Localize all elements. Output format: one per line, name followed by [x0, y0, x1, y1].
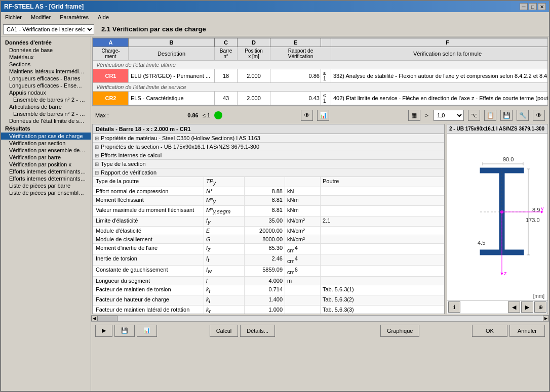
menu-modifier[interactable]: Modifier [29, 14, 53, 21]
detail-extra-11: Tab. 5.6.3(1) [321, 285, 444, 295]
view-btn-1[interactable]: 👁 [301, 110, 313, 121]
detail-label-13: Facteur de maintien latéral de rotation [93, 306, 204, 314]
section-elu-label: Vérification de l'état limite ultime [93, 61, 548, 69]
sidebar-item-materiaux[interactable]: Matériaux [1, 54, 91, 61]
detail-unit-11 [285, 285, 321, 295]
expand-icon-section: ⊞ [95, 144, 99, 150]
scroll-track[interactable] [97, 316, 543, 322]
details-section-efforts[interactable]: ⊞ Efforts internes de calcul [93, 151, 444, 160]
mm-label: [mm] [447, 292, 547, 300]
col-header-c: C [215, 38, 238, 47]
ca-dropdown[interactable]: CA1 - Vérification de l'acier selo ... [3, 24, 94, 34]
sidebar-item-efforts-2[interactable]: Efforts internes déterminants p... [1, 175, 91, 182]
detail-row-kr: Facteur de maintien latéral de rotation … [93, 306, 444, 314]
detail-sym-5: E [204, 227, 245, 235]
horizontal-scrollbar[interactable]: ◀ ▶ [91, 315, 549, 321]
ratio-dropdown[interactable]: 1,0 [434, 110, 464, 121]
cr2-leq: ≤ 1 [321, 92, 331, 105]
sidebar-item-longueurs-barres[interactable]: Longueurs efficaces - Barres [1, 75, 91, 82]
sidebar-item-verif-section[interactable]: Vérification par section [1, 140, 91, 147]
detail-row-moment-max: Valeur maximale du moment fléchissant M*… [93, 206, 444, 216]
detail-extra-3 [321, 206, 444, 215]
maximize-button[interactable]: □ [529, 3, 537, 10]
sidebar-item-verif-ensemble[interactable]: Vérification par ensemble de ba... [1, 147, 91, 154]
chart-button[interactable]: 📊 [137, 325, 157, 337]
detail-sym-4: fy [204, 216, 245, 226]
annuler-button[interactable]: Annuler [509, 325, 545, 337]
sidebar-item-efforts-1[interactable]: Efforts internes déterminants p... [1, 168, 91, 175]
minimize-button[interactable]: ─ [520, 3, 528, 10]
detail-sym-12: kl [204, 295, 245, 305]
sidebar-item-articulations[interactable]: Articulations de barre [1, 103, 91, 110]
detail-row-kl: Facteur de hauteur de charge kl 1.400 Ta… [93, 295, 444, 306]
ok-button[interactable]: OK [472, 325, 507, 337]
sidebar-item-liste-barre[interactable]: Liste de pièces par barre [1, 182, 91, 189]
details-section-section-label: Propriétés de la section - UB 175x90x16.… [101, 144, 259, 150]
col-header-f-spacer [321, 38, 331, 47]
view-btn-2[interactable]: 📊 [317, 110, 329, 121]
save-button[interactable]: 💾 [114, 325, 135, 337]
cr2-id: CR2 [93, 92, 129, 105]
sidebar-item-ensemble-2b[interactable]: Ensemble de barres n° 2 - F... [1, 110, 91, 117]
menu-fichier[interactable]: Fichier [3, 14, 24, 21]
menu-bar: Fichier Modifier Paramètres Aide [1, 12, 549, 22]
calcul-button[interactable]: Calcul [210, 325, 239, 337]
section-title: 2.1 Vérification par cas de charge [101, 25, 206, 33]
action-right-buttons: OK Annuler [472, 325, 545, 337]
details-section-section[interactable]: ⊞ Propriétés de la section - UB 175x90x1… [93, 143, 444, 151]
sidebar-item-verif-barre[interactable]: Vérification par barre [1, 154, 91, 161]
scroll-thumb[interactable] [97, 316, 117, 322]
scroll-right-arrow[interactable]: ▶ [543, 316, 549, 322]
sidebar-item-liste-ensemble[interactable]: Liste de pièces par ensemble d... [1, 189, 91, 196]
cs-next-btn[interactable]: ▶ [521, 301, 533, 313]
graphique-button[interactable]: Graphique [380, 325, 419, 337]
details-section-rapport[interactable]: ⊟ Rapport de vérification [93, 168, 444, 177]
detail-sym-1: N* [204, 187, 245, 195]
row-cr1[interactable]: CR1 ELU (STR/GEO) - Permanent ... 18 2.0… [93, 69, 548, 83]
sidebar-item-donnees-base[interactable]: Données de base [1, 47, 91, 54]
details-title: Détails - Barre 18 - x : 2.000 m - CR1 [93, 124, 444, 134]
details-section-type-label: Type de la section [101, 161, 146, 167]
toolbar-btn-e[interactable]: 👁 [533, 110, 545, 121]
detail-sym-3: M*y,segm [204, 206, 245, 215]
menu-aide[interactable]: Aide [96, 14, 111, 21]
sidebar-item-verif-position[interactable]: Vérification par position x [1, 161, 91, 168]
cs-drawing: 90.0 173.0 8.9 [447, 134, 547, 292]
sidebar-item-sections[interactable]: Sections [1, 61, 91, 68]
detail-val-10: 4.000 [245, 277, 285, 285]
filter-btn[interactable]: ▦ [408, 110, 420, 121]
cr2-barre: 43 [215, 92, 238, 105]
sidebar-item-ensemble-2a[interactable]: Ensemble de barres n° 2 - F... [1, 96, 91, 103]
sidebar-item-verif-cas[interactable]: Vérification par cas de charge [1, 133, 91, 140]
window-title: RF-STEEL AS - [Grid frame] [4, 3, 84, 10]
toolbar-btn-d[interactable]: 🔧 [517, 110, 529, 121]
detail-val-9: 5859.09 [245, 266, 285, 276]
detail-sym-0: TPy [204, 177, 245, 187]
details-content: ⊞ Propriétés de matériau - Steel C350 (H… [93, 134, 444, 314]
cs-prev-btn[interactable]: ◀ [508, 301, 520, 313]
sidebar-item-etat-limite[interactable]: Données de l'état limite de serv... [1, 117, 91, 124]
detail-label-7: Moment d'inertie de l'aire [93, 244, 204, 254]
menu-parametres[interactable]: Paramètres [58, 14, 91, 21]
sidebar-item-maintiens[interactable]: Maintiens latéraux intermédiair... [1, 68, 91, 75]
close-button[interactable]: ✕ [538, 3, 546, 10]
details-button[interactable]: Détails... [240, 325, 275, 337]
scroll-left-arrow[interactable]: ◀ [91, 316, 97, 322]
sidebar-item-longueurs-ensemble[interactable]: Longueurs efficaces - Ensemble... [1, 82, 91, 89]
row-cr2[interactable]: CR2 ELS - Caractéristique 43 2.000 0.43 … [93, 92, 548, 105]
expand-icon-type: ⊞ [95, 161, 99, 167]
sidebar-item-appuis[interactable]: Appuis nodaux [1, 89, 91, 96]
details-section-material[interactable]: ⊞ Propriétés de matériau - Steel C350 (H… [93, 134, 444, 143]
detail-row-moment: Moment fléchissant M*y 8.81 kNm [93, 196, 444, 206]
cr1-barre: 18 [215, 69, 238, 83]
svg-text:z: z [504, 270, 507, 276]
play-button[interactable]: ▶ [95, 325, 112, 337]
details-section-type[interactable]: ⊞ Type de la section [93, 160, 444, 168]
cr2-position: 2.000 [238, 92, 270, 105]
toolbar-btn-a[interactable]: ⌥ [468, 110, 480, 121]
toolbar-btn-b[interactable]: 📋 [484, 110, 496, 121]
cs-zoom-btn[interactable]: ⊕ [534, 301, 546, 313]
cs-info-btn[interactable]: ℹ [448, 301, 460, 313]
detail-label-0: Type de la poutre [93, 177, 204, 187]
toolbar-btn-c[interactable]: 💾 [500, 110, 513, 121]
